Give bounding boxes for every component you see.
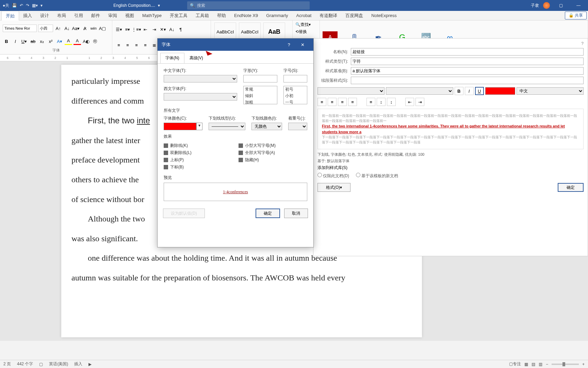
para-11[interactable]: autumn was suitable for the preparation …	[71, 268, 412, 288]
font-tab-font[interactable]: 字体(N)	[160, 53, 184, 63]
tab-review[interactable]: 审阅	[104, 11, 121, 20]
tab-mailings[interactable]: 邮件	[87, 11, 104, 20]
font-color-swatch[interactable]	[164, 123, 196, 130]
superscript-icon[interactable]: x²	[47, 37, 54, 45]
font-style-list[interactable]: 常规 倾斜 加粗	[243, 86, 277, 104]
font-color-dropdown-icon[interactable]: ▾	[196, 123, 202, 130]
cn-font-select[interactable]	[164, 75, 237, 82]
set-default-button[interactable]: 设为默认值(D)	[163, 209, 205, 218]
style-para-before-icon[interactable]: ↕	[377, 98, 386, 106]
tab-toolbox[interactable]: 工具箱	[192, 11, 213, 20]
shrink-font-icon[interactable]: A↓	[63, 25, 71, 32]
status-insert[interactable]: 插入	[74, 361, 82, 367]
tab-baidu[interactable]: 百度网盘	[341, 11, 367, 20]
style-base-select[interactable]	[351, 67, 584, 75]
tab-noteexpress[interactable]: NoteExpress	[367, 11, 401, 20]
style-font-select[interactable]	[317, 87, 385, 95]
underline-style-select[interactable]: ————————	[209, 123, 245, 130]
autosave-toggle[interactable]: ●关	[3, 3, 9, 9]
clear-format-icon[interactable]: A̷	[81, 25, 88, 32]
phonetic-icon[interactable]: wén	[90, 25, 97, 32]
zoom-slider[interactable]	[552, 364, 579, 365]
bold-icon[interactable]: B	[3, 37, 10, 45]
status-language[interactable]: 英语(美国)	[49, 361, 68, 367]
super-check[interactable]	[164, 158, 168, 162]
change-case-icon[interactable]: Aa▾	[72, 25, 80, 32]
smallcaps-check[interactable]	[239, 143, 243, 148]
tab-layout[interactable]: 布局	[53, 11, 70, 20]
status-page[interactable]: 2 页	[3, 361, 11, 367]
style-indent-right-icon[interactable]: ⇥	[415, 98, 424, 106]
sub-check[interactable]	[164, 165, 168, 169]
style-line-spacing-icon[interactable]: ≡	[366, 98, 375, 106]
style-help-icon[interactable]: ?	[317, 41, 584, 46]
distribute-icon[interactable]: ≣	[150, 41, 158, 49]
tab-help[interactable]: 帮助	[213, 11, 230, 20]
font-dialog-help-icon[interactable]: ?	[282, 42, 296, 47]
style-italic-icon[interactable]: I	[465, 87, 474, 95]
underline-color-select[interactable]: 无颜色	[251, 123, 282, 130]
redo-icon[interactable]: ↷	[26, 3, 29, 8]
tab-mathtype[interactable]: MathType	[138, 11, 166, 20]
strike-check[interactable]	[164, 143, 168, 148]
view-read-icon[interactable]: ▦	[524, 362, 528, 367]
style-size-select[interactable]	[386, 87, 453, 95]
doc-dropdown-icon[interactable]: ▾	[158, 3, 160, 8]
style-align-left-icon[interactable]: ≡	[317, 98, 326, 106]
font-tab-advanced[interactable]: 高级(V)	[184, 53, 208, 63]
minimize-icon[interactable]: —	[572, 0, 585, 11]
align-center-icon[interactable]: ≡	[124, 41, 131, 49]
status-words[interactable]: 442 个字	[17, 361, 33, 367]
style-para-after-icon[interactable]: ↕	[387, 98, 396, 106]
underline-icon[interactable]: U▾	[20, 37, 28, 45]
increase-indent-icon[interactable]: ⇥	[150, 26, 158, 33]
font-cancel-button[interactable]: 取消	[284, 209, 308, 218]
justify-icon[interactable]: ≡	[142, 41, 149, 49]
tab-developer[interactable]: 开发工具	[166, 11, 192, 20]
hidden-check[interactable]	[239, 158, 243, 162]
style-thisdoc-radio[interactable]	[317, 173, 322, 177]
replace-button[interactable]: ⟲替换	[295, 29, 307, 35]
save-icon[interactable]: 💾	[12, 3, 17, 8]
tab-youdao[interactable]: 有道翻译	[315, 11, 341, 20]
status-macro-icon[interactable]: ▶	[88, 362, 92, 367]
style-color-swatch[interactable]	[485, 87, 515, 95]
highlight-icon[interactable]: A	[65, 37, 72, 45]
search-box[interactable]: 🔍 搜索	[187, 1, 310, 10]
user-name[interactable]: 子隶	[531, 3, 539, 9]
style-bold-icon[interactable]: B	[455, 87, 463, 95]
tab-home[interactable]: 开始	[1, 11, 19, 20]
emphasis-select[interactable]	[288, 123, 307, 130]
user-avatar[interactable]	[543, 2, 550, 9]
dstrike-check[interactable]	[164, 151, 168, 155]
enclose-char-icon[interactable]: ㊕	[91, 37, 99, 45]
font-size-combo[interactable]	[38, 25, 53, 32]
style-justify-icon[interactable]: ≡	[348, 98, 357, 106]
view-web-icon[interactable]: ▥	[539, 362, 542, 367]
find-button[interactable]: 🔍查找▾	[295, 22, 311, 28]
style-follow-select[interactable]	[351, 77, 584, 84]
font-ok-button[interactable]: 确定	[256, 209, 280, 218]
font-name-combo[interactable]	[3, 25, 37, 32]
grow-font-icon[interactable]: A↑	[54, 25, 62, 32]
strike-icon[interactable]: ab	[29, 37, 37, 45]
sort-icon[interactable]: A↓	[168, 26, 176, 33]
style-template-radio[interactable]	[356, 173, 360, 177]
style-type-select[interactable]	[351, 58, 584, 65]
status-spellcheck-icon[interactable]: ▢	[39, 362, 43, 367]
tab-endnote[interactable]: EndNote X9	[230, 11, 262, 20]
style-name-input[interactable]	[351, 48, 584, 56]
tab-acrobat[interactable]: Acrobat	[292, 11, 315, 20]
share-button[interactable]: 🔒 共享	[565, 12, 587, 19]
qat-customize-icon[interactable]: ▾	[40, 3, 43, 8]
view-print-icon[interactable]: ▤	[532, 362, 535, 367]
status-focus[interactable]: ▢专注	[509, 361, 521, 367]
style-ok-button[interactable]: 确定	[558, 183, 584, 192]
font-size-input[interactable]	[283, 75, 307, 82]
font-style-input[interactable]	[243, 75, 277, 82]
font-color-icon[interactable]: A	[74, 37, 81, 45]
show-marks-icon[interactable]: ¶	[177, 26, 184, 33]
multilevel-icon[interactable]: ⋮≡▾	[133, 26, 140, 33]
tab-design[interactable]: 设计	[36, 11, 53, 20]
asian-layout-icon[interactable]: ✕▾	[159, 26, 167, 33]
